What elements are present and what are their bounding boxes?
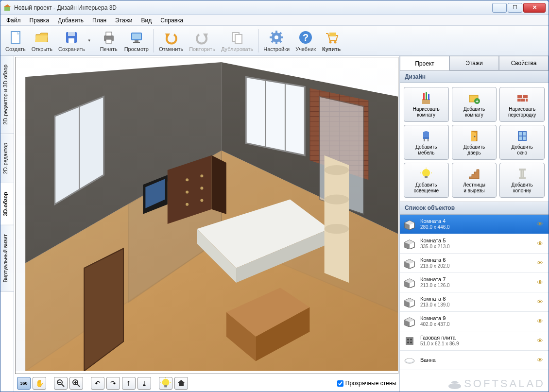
svg-rect-26 — [270, 36, 273, 38]
room-icon — [403, 238, 416, 250]
menu-этажи[interactable]: Этажи — [111, 16, 136, 25]
draw-wall-button[interactable]: Нарисоватьперегородку — [499, 87, 545, 122]
buy-button[interactable]: Купить — [319, 27, 344, 54]
svg-rect-93 — [517, 99, 520, 102]
print-button[interactable]: Печать — [96, 27, 121, 54]
svg-rect-12 — [135, 40, 138, 42]
svg-point-133 — [407, 339, 409, 341]
svg-line-75 — [77, 384, 80, 387]
menu-правка[interactable]: Правка — [26, 16, 53, 25]
open-button[interactable]: Открыть — [29, 27, 55, 54]
object-item[interactable]: Комната 7213.0 x 126.0 👁 — [400, 273, 549, 292]
view-360-button[interactable]: 360 — [17, 377, 31, 390]
file-icon — [8, 30, 23, 45]
object-item[interactable]: Газовая плита51.0 x 62.1 x 86.9 👁 — [400, 331, 549, 351]
redo-icon — [194, 30, 210, 45]
app-icon — [3, 4, 11, 12]
menu-план[interactable]: План — [88, 16, 110, 25]
add-room-button[interactable]: +Добавитькомнату — [452, 87, 497, 122]
draw-room-button[interactable]: Нарисоватькомнату — [404, 87, 449, 122]
undo-icon — [163, 30, 179, 45]
view-home-button[interactable] — [174, 377, 188, 390]
visibility-icon[interactable]: 👁 — [537, 357, 546, 364]
object-list[interactable]: Комната 4280.0 x 446.0 👁 Комната 5335.0 … — [400, 214, 549, 392]
dropdown-icon[interactable]: ▼ — [87, 38, 92, 43]
svg-point-66 — [325, 224, 349, 234]
maximize-button[interactable]: ☐ — [508, 3, 522, 13]
visibility-icon[interactable]: 👁 — [537, 318, 546, 325]
view-tilt-up-button[interactable]: ⤒ — [122, 377, 136, 390]
left-tab-2d[interactable]: 2D-редактор — [0, 134, 14, 183]
gear-icon — [269, 30, 284, 45]
visibility-icon[interactable]: 👁 — [537, 279, 546, 286]
bulb-icon — [419, 167, 433, 181]
add-furn-button[interactable]: Добавитьмебель — [404, 125, 449, 160]
right-tab-floors[interactable]: Этажи — [449, 56, 499, 70]
left-tab-3d[interactable]: 3D-обзор — [0, 183, 14, 225]
object-item[interactable]: Комната 4280.0 x 446.0 👁 — [400, 215, 549, 234]
view-pan-button[interactable]: ✋ — [33, 377, 46, 390]
add-column-button[interactable]: Добавитьколонну — [499, 163, 545, 198]
view-tilt-down-button[interactable]: ⤓ — [137, 377, 151, 390]
column-icon — [515, 167, 529, 181]
transparent-walls-checkbox[interactable]: Прозрачные стены — [337, 380, 396, 387]
preview-button[interactable]: Просмотр — [121, 27, 152, 54]
menu-файл[interactable]: Файл — [2, 16, 25, 25]
minimize-button[interactable]: ─ — [492, 3, 507, 13]
window-title: Новый проект - Дизайн Интерьера 3D — [14, 4, 491, 11]
object-item[interactable]: Комната 8213.0 x 139.0 👁 — [400, 292, 549, 312]
svg-rect-91 — [517, 95, 522, 98]
svg-rect-132 — [406, 337, 413, 345]
svg-rect-96 — [423, 137, 429, 139]
object-item[interactable]: Комната 9402.0 x 437.0 👁 — [400, 312, 549, 331]
stairs-button[interactable]: Лестницыи вырезы — [452, 163, 497, 198]
object-item[interactable]: Комната 5335.0 x 213.0 👁 — [400, 234, 549, 254]
svg-point-78 — [162, 379, 170, 386]
room-icon — [403, 296, 416, 308]
add-door-button[interactable]: Добавитьдверь — [452, 125, 497, 160]
tutorial-button[interactable]: ?Учебник — [292, 27, 319, 54]
svg-point-104 — [422, 169, 430, 177]
view-rot-left-button[interactable]: ↶ — [91, 377, 104, 390]
view-zoomin-button[interactable] — [69, 377, 83, 390]
left-tab-2d3d[interactable]: 2D-редактор и 3D-обзор — [0, 56, 14, 134]
svg-rect-13 — [133, 42, 140, 43]
right-tab-props[interactable]: Свойства — [499, 56, 549, 70]
undo-button[interactable]: Отменить — [156, 27, 186, 54]
add-light-button[interactable]: Добавитьосвещение — [404, 163, 449, 198]
svg-point-54 — [186, 190, 189, 193]
left-tab-virtual[interactable]: Виртуальный визит — [0, 225, 14, 292]
object-item[interactable]: Ванна 👁 — [400, 351, 549, 370]
visibility-icon[interactable]: 👁 — [537, 337, 546, 344]
visibility-icon[interactable]: 👁 — [537, 240, 546, 247]
visibility-icon[interactable]: 👁 — [537, 298, 546, 306]
toolbar: СоздатьОткрытьСохранить▼ПечатьПросмотрОт… — [0, 26, 549, 56]
create-button[interactable]: Создать — [2, 27, 29, 54]
svg-rect-11 — [132, 34, 141, 39]
visibility-icon[interactable]: 👁 — [537, 259, 546, 267]
room-icon — [403, 316, 416, 327]
svg-point-30 — [329, 41, 332, 43]
object-item[interactable]: Комната 6213.0 x 202.0 👁 — [400, 254, 549, 273]
svg-point-55 — [200, 187, 203, 189]
add-window-button[interactable]: Добавитьокно — [499, 125, 545, 160]
svg-point-31 — [334, 41, 337, 43]
view-rot-right-button[interactable]: ↷ — [106, 377, 120, 390]
bricks-icon — [515, 91, 529, 105]
svg-rect-87 — [428, 94, 429, 100]
svg-text:?: ? — [303, 32, 309, 43]
menu-добавить[interactable]: Добавить — [54, 16, 87, 25]
3d-viewport[interactable] — [15, 57, 398, 374]
right-tab-project[interactable]: Проект — [400, 56, 449, 70]
save-button[interactable]: Сохранить — [55, 27, 88, 54]
visibility-icon[interactable]: 👁 — [537, 221, 546, 228]
menu-справка[interactable]: Справка — [156, 16, 187, 25]
settings-button[interactable]: Настройки — [260, 27, 292, 54]
view-zoomout-button[interactable] — [54, 377, 68, 390]
door-icon — [467, 129, 481, 143]
svg-rect-24 — [275, 41, 277, 44]
menu-вид[interactable]: Вид — [137, 16, 155, 25]
view-light-button[interactable] — [159, 377, 172, 390]
close-button[interactable]: ✕ — [523, 3, 546, 13]
svg-point-19 — [274, 35, 278, 39]
